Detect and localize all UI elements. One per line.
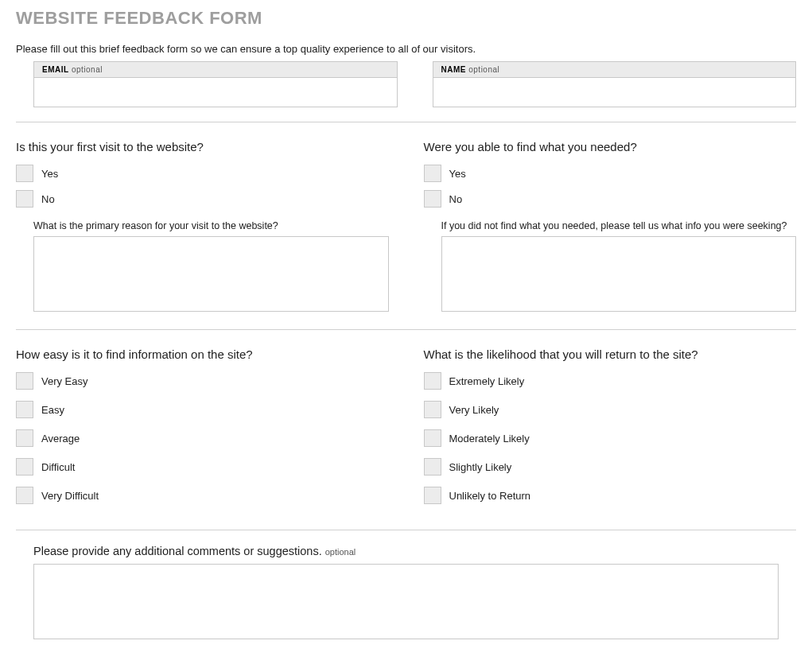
row-return-3: Slightly Likely	[424, 458, 797, 476]
checkbox-ease-average[interactable]	[16, 429, 33, 447]
row-return-4: Unlikely to Return	[424, 487, 797, 504]
textarea-comments[interactable]	[33, 564, 779, 639]
q-found-followup: If you did not find what you needed, ple…	[441, 220, 797, 231]
label-found-no: No	[449, 193, 463, 205]
field-name: NAME optional	[433, 61, 797, 107]
comments-optional: optional	[325, 547, 356, 557]
divider	[16, 329, 796, 330]
checkbox-ease-easy[interactable]	[16, 401, 33, 418]
row-found-no: No	[424, 190, 797, 208]
checkbox-first-visit-no[interactable]	[16, 190, 33, 208]
label-return-0: Extremely Likely	[449, 375, 525, 387]
row-return-2: Moderately Likely	[424, 429, 797, 447]
comments-label: Please provide any additional comments o…	[33, 545, 779, 557]
field-email-label-bar: EMAIL optional	[34, 62, 397, 78]
label-ease-2: Average	[41, 433, 80, 445]
field-name-label: NAME	[441, 65, 466, 74]
name-input[interactable]	[433, 78, 796, 107]
checkbox-return-moderately[interactable]	[424, 429, 441, 447]
checkbox-ease-difficult[interactable]	[16, 458, 33, 476]
row-ease-3: Difficult	[16, 458, 389, 476]
row-ease-1: Easy	[16, 401, 389, 418]
label-ease-1: Easy	[41, 404, 64, 416]
label-return-1: Very Likely	[449, 404, 499, 416]
divider	[16, 530, 796, 530]
row-return-0: Extremely Likely	[424, 372, 797, 390]
checkbox-return-slightly[interactable]	[424, 458, 441, 476]
row-return-1: Very Likely	[424, 401, 797, 418]
q-first-visit: Is this your first visit to the website?	[16, 140, 389, 153]
field-name-optional: optional	[468, 65, 499, 74]
q-found-needed: Were you able to find what you needed?	[424, 140, 797, 153]
label-ease-3: Difficult	[41, 461, 75, 473]
checkbox-first-visit-yes[interactable]	[16, 165, 33, 182]
page-title: WEBSITE FEEDBACK FORM	[16, 8, 796, 29]
checkbox-ease-very-easy[interactable]	[16, 372, 33, 390]
textarea-first-visit-reason[interactable]	[33, 236, 389, 312]
label-return-2: Moderately Likely	[449, 433, 530, 445]
label-ease-0: Very Easy	[41, 375, 88, 387]
comments-label-text: Please provide any additional comments o…	[33, 545, 322, 557]
checkbox-ease-very-difficult[interactable]	[16, 487, 33, 504]
q-ease: How easy is it to find information on th…	[16, 347, 389, 361]
row-found-yes: Yes	[424, 165, 797, 182]
label-first-visit-no: No	[41, 193, 55, 205]
label-first-visit-yes: Yes	[41, 168, 58, 180]
row-first-visit-no: No	[16, 190, 389, 208]
q-first-visit-followup: What is the primary reason for your visi…	[33, 220, 389, 231]
row-ease-4: Very Difficult	[16, 487, 389, 504]
checkbox-return-unlikely[interactable]	[424, 487, 441, 504]
field-email: EMAIL optional	[33, 61, 398, 107]
divider	[16, 122, 796, 122]
label-found-yes: Yes	[449, 168, 466, 180]
checkbox-found-no[interactable]	[424, 190, 441, 208]
checkbox-return-very[interactable]	[424, 401, 441, 418]
field-email-label: EMAIL	[42, 65, 69, 74]
email-input[interactable]	[34, 78, 397, 107]
field-name-label-bar: NAME optional	[433, 62, 796, 78]
intro-text: Please fill out this brief feedback form…	[16, 43, 796, 55]
q-return: What is the likelihood that you will ret…	[424, 347, 797, 361]
label-ease-4: Very Difficult	[41, 490, 99, 502]
row-ease-0: Very Easy	[16, 372, 389, 390]
checkbox-return-extremely[interactable]	[424, 372, 441, 390]
textarea-found-seeking[interactable]	[441, 236, 797, 312]
row-first-visit-yes: Yes	[16, 165, 389, 182]
label-return-4: Unlikely to Return	[449, 490, 531, 502]
row-ease-2: Average	[16, 429, 389, 447]
field-email-optional: optional	[72, 65, 103, 74]
checkbox-found-yes[interactable]	[424, 165, 441, 182]
label-return-3: Slightly Likely	[449, 461, 512, 473]
